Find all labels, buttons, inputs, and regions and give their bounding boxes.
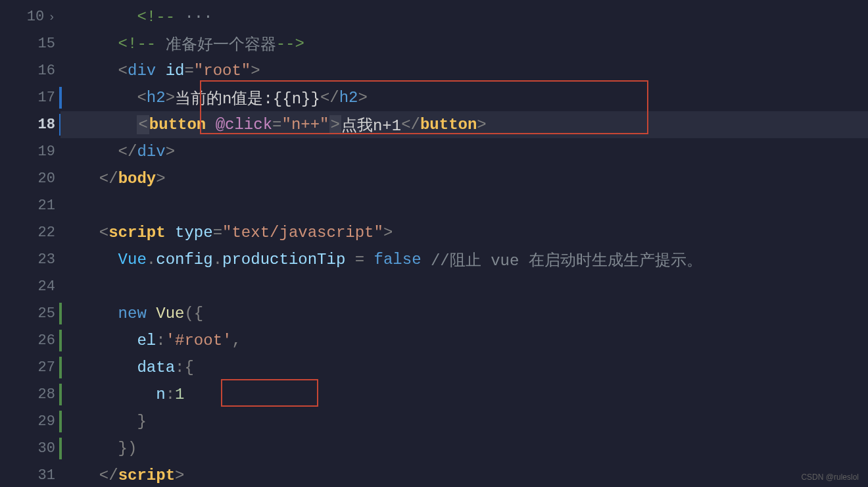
gutter-row[interactable]: 22: [0, 219, 60, 246]
code-line[interactable]: </div>: [60, 138, 868, 165]
code-line[interactable]: <!-- 准备好一个容器-->: [60, 30, 868, 57]
code-line[interactable]: new Vue({: [60, 300, 868, 327]
gutter-row[interactable]: 27: [0, 354, 60, 381]
gutter-row[interactable]: 23: [0, 246, 60, 273]
gutter-row[interactable]: 26: [0, 327, 60, 354]
line-number-gutter: 10› 15 16 17 18 19 20 21 22 23 24 25 26 …: [0, 0, 60, 487]
code-line[interactable]: }): [60, 435, 868, 462]
code-line[interactable]: [60, 192, 868, 219]
gutter-row[interactable]: 29: [0, 408, 60, 435]
code-line[interactable]: <div id="root">: [60, 57, 868, 84]
gutter-row[interactable]: 30: [0, 435, 60, 462]
code-line[interactable]: Vue.config.productionTip = false //阻止 vu…: [60, 246, 868, 273]
gutter-row[interactable]: 24: [0, 273, 60, 300]
code-content-area[interactable]: <!-- ··· <!-- 准备好一个容器--> <div id="root">…: [60, 0, 868, 487]
code-line[interactable]: <script type="text/javascript">: [60, 219, 868, 246]
code-line[interactable]: data:{: [60, 354, 868, 381]
code-line[interactable]: el:'#root',: [60, 327, 868, 354]
gutter-row[interactable]: 19: [0, 138, 60, 165]
code-editor: 10› 15 16 17 18 19 20 21 22 23 24 25 26 …: [0, 0, 868, 487]
fold-icon[interactable]: ›: [48, 11, 55, 24]
gutter-row[interactable]: 20: [0, 165, 60, 192]
gutter-row[interactable]: 15: [0, 30, 60, 57]
code-line[interactable]: [60, 273, 868, 300]
code-line[interactable]: </script>: [60, 462, 868, 487]
code-line[interactable]: n:1: [60, 381, 868, 408]
gutter-row[interactable]: 25: [0, 300, 60, 327]
code-line[interactable]: <h2>当前的n值是:{{n}}</h2>: [60, 84, 868, 111]
gutter-row[interactable]: 18: [0, 111, 60, 138]
code-line[interactable]: </body>: [60, 165, 868, 192]
code-line[interactable]: }: [60, 408, 868, 435]
gutter-row[interactable]: 31: [0, 462, 60, 487]
code-line-current[interactable]: <button @click="n++">点我n+1</button>: [60, 111, 868, 138]
watermark: CSDN @ruleslol: [801, 473, 859, 482]
gutter-row[interactable]: 10›: [0, 3, 60, 30]
gutter-row[interactable]: 21: [0, 192, 60, 219]
gutter-row[interactable]: 28: [0, 381, 60, 408]
code-line[interactable]: <!-- ···: [60, 3, 868, 30]
gutter-row[interactable]: 17: [0, 84, 60, 111]
gutter-row[interactable]: 16: [0, 57, 60, 84]
